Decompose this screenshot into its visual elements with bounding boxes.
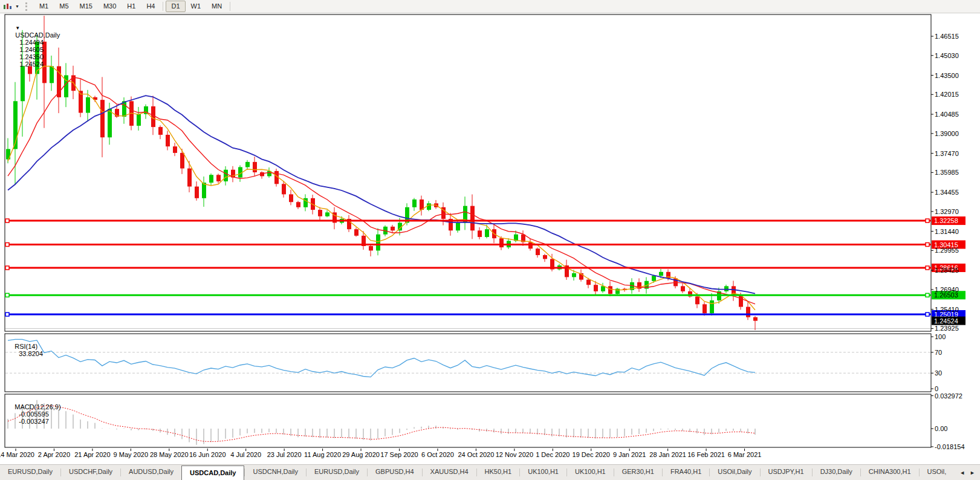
svg-text:1.46515: 1.46515 (935, 33, 959, 40)
chart-tabs-bar: EURUSD,DailyUSDCHF,DailyAUDUSD,DailyUSDC… (0, 464, 980, 480)
timeframe-button-m5[interactable]: M5 (54, 1, 74, 12)
timeframe-button-h4[interactable]: H4 (141, 1, 160, 12)
svg-text:16 Jun 2020: 16 Jun 2020 (189, 451, 226, 458)
mt4-window: ▼ M1M5M15M30H1H4D1W1MN 1.322581.304151.2… (0, 0, 980, 480)
timeframe-button-h1[interactable]: H1 (122, 1, 141, 12)
timeframe-button-w1[interactable]: W1 (186, 1, 207, 12)
svg-text:6 Mar 2021: 6 Mar 2021 (728, 451, 762, 458)
timeframe-button-d1[interactable]: D1 (166, 1, 185, 12)
toolbar-separator (230, 2, 230, 11)
chart-tab-uk100-h1[interactable]: UK100,H1 (567, 465, 614, 480)
chart-tab-ger30-h1[interactable]: GER30,H1 (614, 465, 662, 480)
svg-text:11 Aug 2020: 11 Aug 2020 (304, 451, 341, 458)
timeframe-button-m15[interactable]: M15 (74, 1, 98, 12)
svg-text:1.32970: 1.32970 (935, 208, 959, 215)
rsi-indicator-label: RSI(14) 33.8204 (7, 336, 43, 365)
chart-tab-audusd-daily[interactable]: AUDUSD,Daily (121, 465, 181, 480)
svg-text:9 May 2020: 9 May 2020 (114, 451, 148, 458)
chart-tab-eurusd-daily[interactable]: EURUSD,Daily (307, 465, 367, 480)
svg-text:1.24524: 1.24524 (934, 317, 958, 325)
svg-text:12 Nov 2020: 12 Nov 2020 (496, 451, 533, 458)
svg-text:1.32258: 1.32258 (934, 217, 958, 224)
svg-text:1.45030: 1.45030 (935, 52, 959, 59)
svg-text:1.37470: 1.37470 (935, 150, 959, 157)
macd-indicator-label: MACD(12,26,9) -0.005595 -0.003247 (7, 396, 61, 432)
svg-text:23 Jul 2020: 23 Jul 2020 (267, 451, 302, 458)
svg-text:28 May 2020: 28 May 2020 (150, 451, 189, 458)
svg-text:21 Apr 2020: 21 Apr 2020 (74, 451, 110, 458)
chart-tab-dj30-daily[interactable]: DJ30,Daily (813, 465, 860, 480)
svg-text:1.25410: 1.25410 (935, 306, 959, 313)
svg-text:100: 100 (935, 333, 946, 340)
chart-tab-usoil-[interactable]: USOil, (920, 465, 955, 480)
svg-text:70: 70 (935, 349, 942, 356)
chart-tab-uk100-h1[interactable]: UK100,H1 (520, 465, 566, 480)
chart-tab-xauusd-h4[interactable]: XAUUSD,H4 (423, 465, 476, 480)
svg-text:1.40485: 1.40485 (935, 111, 959, 118)
svg-text:1 Dec 2020: 1 Dec 2020 (536, 451, 570, 458)
chart-type-dropdown-icon[interactable]: ▼ (15, 4, 19, 8)
tabs-scroll-right-icon[interactable]: ► (970, 470, 975, 476)
current-price-badge: 1.24524 (932, 317, 965, 325)
ohlc-open: 1.24494 (19, 39, 44, 46)
svg-text:-0.018154: -0.018154 (935, 443, 965, 450)
svg-text:1.28425: 1.28425 (935, 267, 959, 274)
svg-text:17 Sep 2020: 17 Sep 2020 (380, 451, 418, 458)
chart-symbol: USDCAD,Daily (15, 31, 60, 39)
chart-tab-usdchf-daily[interactable]: USDCHF,Daily (61, 465, 120, 480)
svg-text:6 Oct 2020: 6 Oct 2020 (421, 451, 454, 458)
svg-text:28 Jan 2021: 28 Jan 2021 (649, 451, 686, 458)
svg-text:0.032972: 0.032972 (935, 392, 962, 400)
chart-tab-usdjpy-h1[interactable]: USDJPY,H1 (761, 465, 812, 480)
chart-tab-eurusd-daily[interactable]: EURUSD,Daily (0, 465, 60, 480)
svg-text:1.42015: 1.42015 (935, 91, 959, 98)
svg-text:1.35985: 1.35985 (935, 169, 959, 176)
svg-text:1.29955: 1.29955 (935, 247, 959, 254)
svg-text:1.31440: 1.31440 (935, 228, 959, 235)
chart-tab-hk50-h1[interactable]: HK50,H1 (477, 465, 520, 480)
timeframe-button-mn[interactable]: MN (206, 1, 227, 12)
chart-type-icon[interactable] (2, 2, 14, 11)
chart-tab-usdcnh-daily[interactable]: USDCNH,Daily (245, 465, 306, 480)
ohlc-close: 1.24524 (19, 60, 44, 68)
svg-text:1.43500: 1.43500 (935, 72, 959, 79)
svg-text:4 Jul 2020: 4 Jul 2020 (230, 451, 261, 458)
svg-text:29 Aug 2020: 29 Aug 2020 (342, 451, 380, 458)
date-axis[interactable]: 14 Mar 20202 Apr 202021 Apr 20209 May 20… (0, 449, 761, 458)
chart-tab-usdcad-daily[interactable]: USDCAD,Daily (181, 465, 244, 480)
chart-canvas[interactable]: 1.322581.304151.286161.265031.250191.465… (0, 0, 980, 480)
ohlc-high: 1.24605 (19, 46, 44, 53)
timeframe-toolbar: ▼ M1M5M15M30H1H4D1W1MN (0, 0, 980, 13)
macd-signal-value: -0.003247 (19, 418, 49, 425)
rsi-name: RSI(14) (15, 343, 37, 350)
svg-text:1.34455: 1.34455 (935, 189, 959, 196)
timeframe-button-m30[interactable]: M30 (98, 1, 122, 12)
macd-main-value: -0.005595 (19, 410, 49, 418)
chart-ohlc-title: ▼ USDCAD,Daily 1.24494 1.24605 1.24350 1… (8, 17, 60, 75)
svg-text:1.23925: 1.23925 (935, 325, 959, 332)
chart-tab-gbpusd-h4[interactable]: GBPUSD,H4 (368, 465, 422, 480)
svg-text:24 Oct 2020: 24 Oct 2020 (458, 451, 494, 458)
rsi-value: 33.8204 (19, 350, 43, 357)
svg-text:19 Dec 2020: 19 Dec 2020 (573, 451, 610, 458)
toolbar-grip[interactable] (25, 2, 29, 11)
price-axis[interactable]: 1.465151.450301.435001.420151.404851.390… (931, 33, 959, 332)
panel-frames (5, 15, 931, 447)
timeframe-button-m1[interactable]: M1 (34, 1, 54, 12)
svg-text:0.00: 0.00 (935, 425, 947, 432)
svg-text:1.39000: 1.39000 (935, 130, 959, 137)
toolbar-separator (163, 2, 163, 11)
svg-text:1.26940: 1.26940 (935, 286, 959, 293)
tabs-scroll-left-icon[interactable]: ◄ (959, 470, 965, 476)
chart-tab-fra40-h1[interactable]: FRA40,H1 (663, 465, 709, 480)
svg-text:0: 0 (935, 385, 938, 392)
chart-tab-china300-h1[interactable]: CHINA300,H1 (861, 465, 919, 480)
svg-text:9 Jan 2021: 9 Jan 2021 (613, 451, 646, 458)
macd-name: MACD(12,26,9) (15, 403, 60, 410)
chart-tab-usoil-daily[interactable]: USOil,Daily (710, 465, 759, 480)
symbol-dropdown-icon[interactable]: ▼ (15, 25, 20, 31)
svg-text:30: 30 (935, 369, 942, 377)
svg-text:2 Apr 2020: 2 Apr 2020 (38, 451, 70, 458)
ohlc-low: 1.24350 (19, 53, 44, 60)
svg-text:16 Feb 2021: 16 Feb 2021 (687, 451, 725, 458)
